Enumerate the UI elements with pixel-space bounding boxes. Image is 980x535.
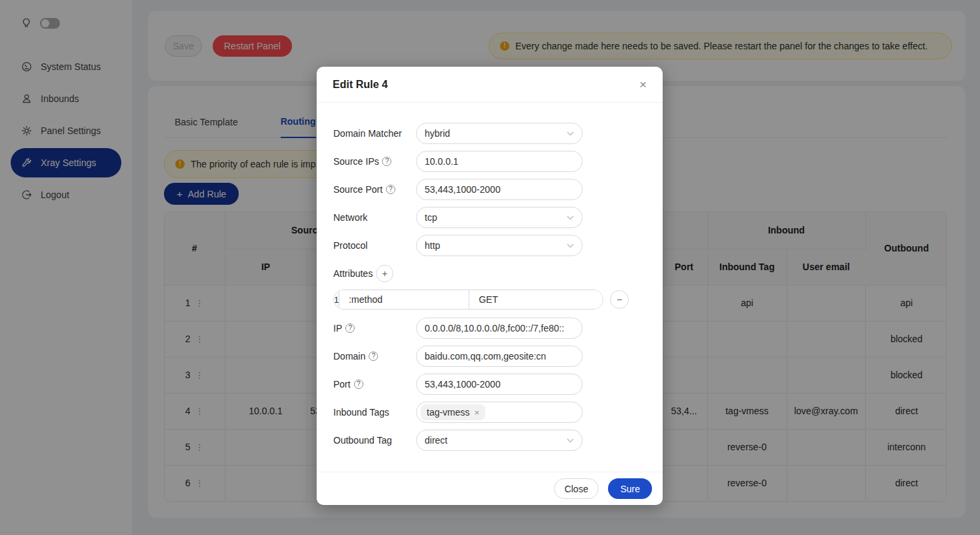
field-label: Inbound Tags — [333, 407, 389, 418]
modal-footer: Close Sure — [317, 472, 663, 505]
tag-chip-label: tag-vmess — [427, 407, 470, 418]
chevron-down-icon — [567, 131, 574, 136]
field-domain: Domain? — [333, 346, 646, 367]
field-inbound-tags: Inbound Tags tag-vmess × — [333, 402, 646, 423]
modal-close-button[interactable]: × — [639, 78, 647, 91]
attribute-value-input[interactable] — [469, 290, 603, 309]
field-source-port: Source Port? — [333, 179, 646, 200]
field-source-ips: Source IPs? — [333, 151, 646, 172]
help-icon[interactable]: ? — [382, 157, 391, 166]
edit-rule-modal: Edit Rule 4 × Domain Matcher hybrid Sour… — [317, 67, 663, 505]
field-ip: IP? — [333, 318, 646, 339]
field-port: Port? — [333, 374, 646, 395]
field-label: Network — [333, 212, 367, 223]
attribute-row: 1 − — [333, 290, 646, 310]
close-icon: × — [639, 77, 647, 91]
help-icon[interactable]: ? — [354, 380, 363, 389]
field-label: Domain Matcher — [333, 128, 402, 139]
help-icon[interactable]: ? — [386, 185, 395, 194]
minus-icon: − — [617, 294, 622, 305]
field-domain-matcher: Domain Matcher hybrid — [333, 123, 646, 144]
outbound-tag-select[interactable]: direct — [416, 430, 583, 451]
chevron-down-icon — [567, 438, 574, 443]
plus-icon: + — [382, 268, 387, 279]
network-value: tcp — [425, 212, 437, 223]
help-icon[interactable]: ? — [369, 352, 378, 361]
inbound-tags-field[interactable]: tag-vmess × — [416, 402, 583, 423]
domain-matcher-value: hybrid — [425, 128, 450, 139]
attribute-group: 1 — [333, 290, 603, 310]
port-input[interactable] — [416, 374, 583, 395]
modal-header: Edit Rule 4 × — [317, 67, 663, 103]
field-label: Attributes — [333, 268, 373, 279]
source-port-input[interactable] — [416, 179, 583, 200]
field-label: Source IPs — [333, 156, 379, 167]
tag-chip: tag-vmess × — [421, 404, 485, 420]
field-outbound-tag: Outbound Tag direct — [333, 430, 646, 451]
field-label: Outbound Tag — [333, 435, 392, 446]
field-label: Source Port — [333, 184, 383, 195]
field-label: Port — [333, 379, 351, 390]
network-select[interactable]: tcp — [416, 207, 583, 228]
screen: System Status Inbounds Panel Settings Xr… — [0, 0, 980, 535]
attribute-remove-button[interactable]: − — [610, 290, 629, 309]
attribute-key-input[interactable] — [339, 290, 469, 309]
close-button[interactable]: Close — [554, 478, 599, 499]
field-label: IP — [333, 323, 342, 334]
help-icon[interactable]: ? — [345, 324, 355, 333]
domain-matcher-select[interactable]: hybrid — [416, 123, 583, 144]
field-protocol: Protocol http — [333, 235, 646, 256]
field-label: Protocol — [333, 240, 367, 251]
attribute-index: 1 — [334, 290, 339, 309]
protocol-select[interactable]: http — [416, 235, 583, 256]
tag-remove-icon[interactable]: × — [475, 408, 480, 418]
chevron-down-icon — [567, 243, 574, 248]
field-network: Network tcp — [333, 207, 646, 228]
modal-title: Edit Rule 4 — [333, 79, 388, 91]
outbound-tag-value: direct — [425, 435, 447, 446]
ip-input[interactable] — [416, 318, 583, 339]
attributes-add-button[interactable]: + — [376, 265, 393, 282]
modal-body: Domain Matcher hybrid Source IPs? Source… — [317, 103, 663, 451]
sure-button[interactable]: Sure — [608, 478, 652, 499]
chevron-down-icon — [567, 215, 574, 220]
protocol-value: http — [425, 240, 440, 251]
field-attributes: Attributes + — [333, 263, 646, 284]
domain-input[interactable] — [416, 346, 583, 367]
field-label: Domain — [333, 351, 365, 362]
source-ips-input[interactable] — [416, 151, 583, 172]
